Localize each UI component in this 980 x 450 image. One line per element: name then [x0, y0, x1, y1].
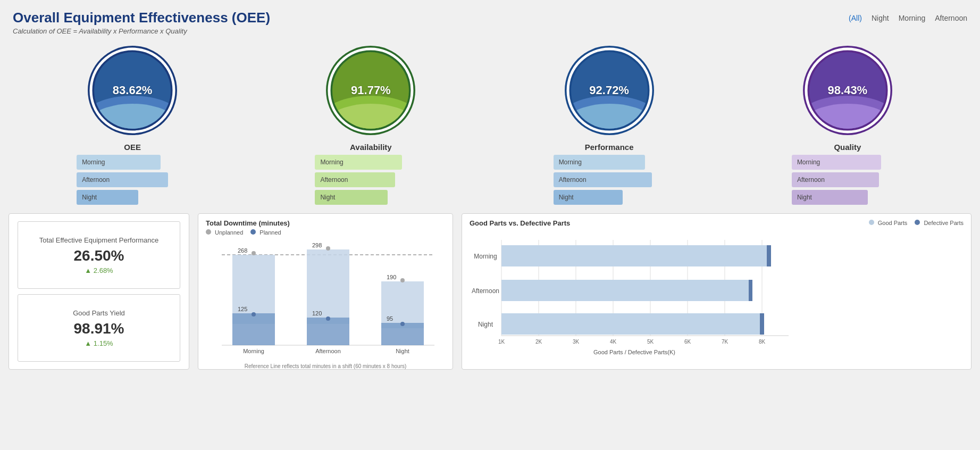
gauge-bars-quality: MorningAfternoonNight: [792, 155, 903, 205]
bar-morning-good: [501, 245, 767, 266]
bar-morning-defective: [767, 245, 771, 266]
gauge-value-performance: 92.72%: [589, 84, 629, 97]
svg-text:Morning: Morning: [243, 348, 264, 354]
svg-text:4K: 4K: [610, 339, 617, 345]
legend-unplanned: Unplanned: [206, 229, 243, 236]
svg-text:Afternoon: Afternoon: [472, 287, 499, 295]
svg-text:7K: 7K: [722, 339, 728, 345]
svg-text:6K: 6K: [684, 339, 691, 345]
gauge-bar-availability-2: Night: [315, 190, 388, 205]
downtime-chart: 268 125 298 120 190 95 Morning Afternoon…: [206, 239, 445, 361]
gauge-circle-quality: 98.43%: [800, 43, 895, 138]
legend-planned: Planned: [250, 229, 281, 236]
svg-text:Afternoon: Afternoon: [315, 348, 341, 354]
filter-afternoon[interactable]: Afternoon: [935, 14, 967, 22]
svg-point-41: [400, 322, 405, 326]
kpi-yield-value: 98.91%: [29, 320, 169, 337]
gauge-bar-performance-0: Morning: [554, 155, 645, 170]
gauge-quality: 98.43%QualityMorningAfternoonNight: [731, 43, 964, 205]
svg-text:Night: Night: [396, 348, 409, 354]
gauge-value-quality: 98.43%: [828, 84, 868, 97]
downtime-note: Reference Line reflects total minutes in…: [206, 363, 445, 369]
svg-text:5K: 5K: [647, 339, 654, 345]
svg-text:2K: 2K: [535, 339, 542, 345]
kpi-teep: Total Effective Equipment Performance 26…: [18, 221, 180, 289]
page-header: Overall Equipment Effectiveness (OEE) Ca…: [0, 0, 980, 37]
legend-dot-good: [869, 220, 874, 225]
parts-panel: Good Parts vs. Defective Parts Good Part…: [462, 213, 971, 370]
gauge-performance: 92.72%PerformanceMorningAfternoonNight: [493, 43, 726, 205]
parts-chart: Morning Afternoon Night 1K 2K 3K 4K 5K 6…: [470, 229, 810, 362]
bar-night-good: [501, 313, 760, 335]
svg-text:1K: 1K: [498, 339, 505, 345]
svg-point-33: [252, 312, 256, 316]
gauge-bar-quality-1: Afternoon: [792, 172, 879, 187]
gauge-bar-performance-2: Night: [554, 190, 623, 205]
gauge-value-oee: 83.62%: [113, 84, 153, 97]
gauge-title-performance: Performance: [585, 143, 634, 152]
bar-afternoon-planned: [307, 318, 349, 345]
bar-night-defective: [760, 313, 764, 335]
header-left: Overall Equipment Effectiveness (OEE) Ca…: [13, 10, 270, 35]
parts-legend: Good Parts Defective Parts: [869, 220, 964, 226]
kpi-yield-title: Good Parts Yield: [29, 309, 169, 317]
svg-point-40: [400, 278, 405, 282]
bar-night-planned: [381, 323, 424, 345]
gauge-bar-oee-0: Morning: [77, 155, 161, 170]
gauge-value-availability: 91.77%: [351, 84, 391, 97]
bottom-row: Total Effective Equipment Performance 26…: [0, 205, 980, 375]
gauge-oee: 83.62%OEEMorningAfternoonNight: [16, 43, 249, 205]
svg-text:95: 95: [387, 315, 393, 322]
gauge-bar-performance-1: Afternoon: [554, 172, 652, 187]
gauges-row: 83.62%OEEMorningAfternoonNight91.77%Avai…: [0, 37, 980, 205]
svg-point-37: [326, 316, 330, 321]
svg-point-36: [326, 246, 330, 251]
gauge-title-oee: OEE: [124, 143, 141, 152]
legend-dot-planned: [250, 229, 256, 235]
legend-good: Good Parts: [869, 220, 908, 226]
kpi-teep-change: ▲ 2.68%: [29, 266, 169, 274]
svg-text:190: 190: [387, 274, 396, 280]
gauge-bar-quality-2: Night: [792, 190, 868, 205]
downtime-title: Total Downtime (minutes): [206, 219, 445, 227]
svg-text:8K: 8K: [759, 339, 766, 345]
svg-text:Morning: Morning: [474, 253, 497, 260]
legend-dot-defective: [915, 220, 920, 225]
svg-text:268: 268: [238, 247, 247, 254]
bar-afternoon-good: [501, 280, 749, 301]
legend-dot-unplanned: [206, 229, 211, 235]
svg-text:120: 120: [312, 310, 322, 316]
gauge-bar-quality-0: Morning: [792, 155, 881, 170]
filter-all[interactable]: (All): [849, 14, 862, 22]
page-title: Overall Equipment Effectiveness (OEE): [13, 10, 270, 26]
gauge-bars-oee: MorningAfternoonNight: [77, 155, 188, 205]
filter-buttons: (All) Night Morning Afternoon: [849, 10, 967, 22]
legend-defective: Defective Parts: [915, 220, 964, 226]
gauge-circle-performance: 92.72%: [562, 43, 657, 138]
gauge-title-availability: Availability: [350, 143, 392, 152]
filter-night[interactable]: Night: [872, 14, 889, 22]
downtime-legend: Unplanned Planned: [206, 229, 445, 236]
kpi-panel: Total Effective Equipment Performance 26…: [9, 213, 189, 370]
kpi-yield: Good Parts Yield 98.91% ▲ 1.15%: [18, 294, 180, 362]
svg-point-32: [252, 251, 256, 255]
bar-morning-planned: [232, 313, 275, 345]
filter-morning[interactable]: Morning: [899, 14, 926, 22]
kpi-yield-change: ▲ 1.15%: [29, 339, 169, 347]
kpi-teep-title: Total Effective Equipment Performance: [29, 236, 169, 244]
gauge-bar-oee-2: Night: [77, 190, 138, 205]
page-subtitle: Calculation of OEE = Availability x Perf…: [13, 27, 270, 35]
svg-text:Good Parts / Defective Parts(K: Good Parts / Defective Parts(K): [593, 349, 675, 355]
gauge-bar-availability-1: Afternoon: [315, 172, 395, 187]
gauge-bars-availability: MorningAfternoonNight: [315, 155, 426, 205]
svg-text:298: 298: [312, 242, 322, 248]
svg-text:3K: 3K: [573, 339, 580, 345]
downtime-panel: Total Downtime (minutes) Unplanned Plann…: [198, 213, 453, 370]
parts-title: Good Parts vs. Defective Parts: [470, 219, 570, 227]
gauge-circle-oee: 83.62%: [85, 43, 180, 138]
gauge-bar-availability-0: Morning: [315, 155, 402, 170]
bar-afternoon-defective: [749, 280, 752, 301]
svg-text:Night: Night: [478, 321, 493, 328]
gauge-bars-performance: MorningAfternoonNight: [554, 155, 665, 205]
gauge-bar-oee-1: Afternoon: [77, 172, 168, 187]
